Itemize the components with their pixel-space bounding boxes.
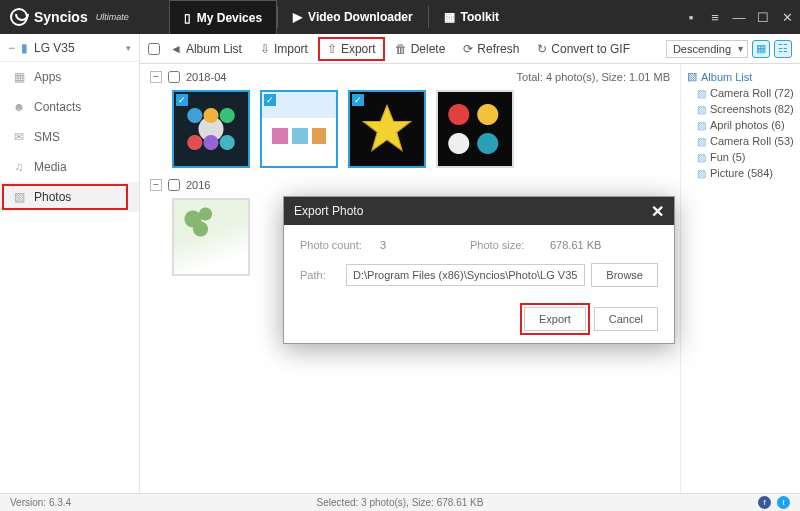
toolbar-label: Import	[274, 42, 308, 56]
picture-icon: ▧	[697, 152, 706, 163]
menu-icon[interactable]: ≡	[708, 10, 722, 25]
close-button[interactable]: ✕	[780, 10, 794, 25]
picture-icon: ▧	[697, 88, 706, 99]
sidebar-item-apps[interactable]: ▦ Apps	[0, 62, 139, 92]
album-panel: ▧ Album List ▧Camera Roll (72) ▧Screensh…	[680, 64, 800, 493]
toolbar-label: Export	[341, 42, 376, 56]
album-item[interactable]: ▧Camera Roll (53)	[687, 133, 794, 149]
album-label: April photos (6)	[710, 119, 785, 131]
count-label: Photo count:	[300, 239, 380, 251]
album-item[interactable]: ▧Screenshots (82)	[687, 101, 794, 117]
group-checkbox[interactable]	[168, 71, 180, 83]
album-label: Camera Roll (53)	[710, 135, 794, 147]
picture-icon: ▧	[697, 168, 706, 179]
photo-thumbnail[interactable]	[436, 90, 514, 168]
album-item[interactable]: ▧April photos (6)	[687, 117, 794, 133]
album-label: Screenshots (82)	[710, 103, 794, 115]
device-name: LG V35	[34, 41, 75, 55]
size-label: Photo size:	[470, 239, 550, 251]
path-label: Path:	[300, 269, 340, 281]
sidebar-item-sms[interactable]: ✉ SMS	[0, 122, 139, 152]
toolbar-label: Delete	[411, 42, 446, 56]
phone-icon: ▮	[21, 41, 28, 55]
device-selector[interactable]: − ▮ LG V35 ▾	[0, 34, 139, 62]
selection-text: Selected: 3 photo(s), Size: 678.61 KB	[317, 497, 484, 508]
photo-thumbnail[interactable]: ✓	[260, 90, 338, 168]
view-grid-button[interactable]: ▦	[752, 40, 770, 58]
title-bar: Syncios Ultimate ▯ My Devices ▶ Video Do…	[0, 0, 800, 34]
sort-value: Descending	[673, 43, 731, 55]
refresh-button[interactable]: ⟳ Refresh	[455, 38, 527, 60]
tab-my-devices[interactable]: ▯ My Devices	[169, 0, 277, 34]
twitter-icon[interactable]: t	[777, 496, 790, 509]
view-calendar-button[interactable]: ☷	[774, 40, 792, 58]
picture-icon: ▧	[697, 120, 706, 131]
group-name: 2018-04	[186, 71, 226, 83]
sort-dropdown[interactable]: Descending	[666, 40, 748, 58]
close-icon[interactable]: ✕	[651, 202, 664, 221]
dialog-titlebar[interactable]: Export Photo ✕	[284, 197, 674, 225]
tab-video-downloader[interactable]: ▶ Video Downloader	[278, 0, 427, 34]
chevron-down-icon: ▾	[126, 43, 131, 53]
photo-thumbnail[interactable]: ✓	[348, 90, 426, 168]
sidebar-item-photos[interactable]: ▧ Photos	[0, 182, 139, 212]
count-value: 3	[380, 239, 470, 251]
path-input[interactable]	[346, 264, 585, 286]
group-name: 2016	[186, 179, 210, 191]
album-label: Camera Roll (72)	[710, 87, 794, 99]
grid-icon: ▦	[444, 10, 455, 24]
export-button[interactable]: ⇧ Export	[318, 37, 385, 61]
media-icon: ♫	[12, 160, 26, 174]
album-label: Picture (584)	[710, 167, 773, 179]
group-header[interactable]: − 2016	[150, 176, 670, 194]
album-label: Fun (5)	[710, 151, 745, 163]
refresh-icon: ⟳	[463, 42, 473, 56]
picture-icon: ▧	[687, 70, 697, 83]
group-header[interactable]: − 2018-04 Total: 4 photo(s), Size: 1.01 …	[150, 68, 670, 86]
sidebar-item-label: Apps	[34, 70, 61, 84]
apps-icon: ▦	[12, 70, 26, 84]
toolbar: ◄ Album List ⇩ Import ⇧ Export 🗑 Delete …	[140, 34, 800, 64]
notification-icon[interactable]: ▪	[684, 10, 698, 25]
sidebar: − ▮ LG V35 ▾ ▦ Apps ☻ Contacts ✉ SMS ♫ M…	[0, 34, 140, 493]
sidebar-item-label: Contacts	[34, 100, 81, 114]
sidebar-item-label: Media	[34, 160, 67, 174]
convert-icon: ↻	[537, 42, 547, 56]
facebook-icon[interactable]: f	[758, 496, 771, 509]
syncios-logo-icon	[10, 8, 28, 26]
collapse-icon[interactable]: −	[150, 71, 162, 83]
delete-button[interactable]: 🗑 Delete	[387, 38, 454, 60]
album-header-label: Album List	[701, 71, 752, 83]
contacts-icon: ☻	[12, 100, 26, 114]
tab-label: Toolkit	[461, 10, 499, 24]
album-item[interactable]: ▧Fun (5)	[687, 149, 794, 165]
export-dialog: Export Photo ✕ Photo count: 3 Photo size…	[283, 196, 675, 344]
maximize-button[interactable]: ☐	[756, 10, 770, 25]
sidebar-item-contacts[interactable]: ☻ Contacts	[0, 92, 139, 122]
album-list-button[interactable]: ◄ Album List	[162, 38, 250, 60]
cancel-button[interactable]: Cancel	[594, 307, 658, 331]
import-icon: ⇩	[260, 42, 270, 56]
sidebar-item-label: SMS	[34, 130, 60, 144]
group-info: Total: 4 photo(s), Size: 1.01 MB	[517, 71, 670, 83]
browse-button[interactable]: Browse	[591, 263, 658, 287]
app-name: Syncios	[34, 9, 88, 25]
convert-gif-button[interactable]: ↻ Convert to GIF	[529, 38, 638, 60]
album-list-header: ▧ Album List	[687, 68, 794, 85]
import-button[interactable]: ⇩ Import	[252, 38, 316, 60]
photo-thumbnail[interactable]	[172, 198, 250, 276]
tab-toolkit[interactable]: ▦ Toolkit	[429, 0, 514, 34]
collapse-icon[interactable]: −	[150, 179, 162, 191]
play-icon: ▶	[293, 10, 302, 24]
album-item[interactable]: ▧Picture (584)	[687, 165, 794, 181]
photo-thumbnail[interactable]: ✓	[172, 90, 250, 168]
select-all-checkbox[interactable]	[148, 43, 160, 55]
sidebar-item-media[interactable]: ♫ Media	[0, 152, 139, 182]
status-bar: Version: 6.3.4 Selected: 3 photo(s), Siz…	[0, 493, 800, 511]
album-item[interactable]: ▧Camera Roll (72)	[687, 85, 794, 101]
version-text: Version: 6.3.4	[10, 497, 71, 508]
minimize-button[interactable]: —	[732, 10, 746, 25]
export-icon: ⇧	[327, 42, 337, 56]
group-checkbox[interactable]	[168, 179, 180, 191]
export-confirm-button[interactable]: Export	[524, 307, 586, 331]
